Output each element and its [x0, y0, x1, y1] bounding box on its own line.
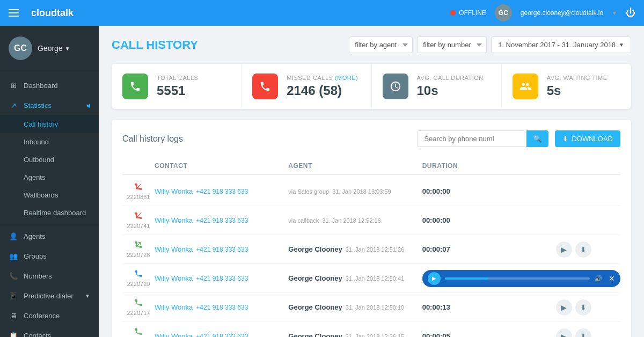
- logs-header: Call history logs 🔍 ⬇ DOWNLOAD: [122, 130, 620, 147]
- sidebar-nav: ⊞ Dashboard ↗ Statistics ◀ Call history …: [0, 71, 99, 337]
- missed-calls-info: MISSED CALLS (MORE) 2146 (58): [287, 75, 358, 98]
- search-button[interactable]: 🔍: [526, 130, 548, 147]
- play-action-button-5[interactable]: ▶: [556, 299, 572, 316]
- contact-name-6[interactable]: Willy Wonka: [155, 332, 193, 337]
- stat-total-calls: TOTAL CALLS 5551: [112, 64, 241, 109]
- sidebar-item-wallboards[interactable]: Wallboards: [0, 186, 99, 204]
- avg-waiting-icon: [513, 74, 538, 99]
- table-row: 2220717 Willy Wonka +421 918 333 633 Geo…: [122, 293, 620, 322]
- col-header-agent: AGENT: [288, 162, 422, 170]
- table-header: CONTACT AGENT DURATION: [122, 158, 620, 175]
- contact-name-2[interactable]: Willy Wonka: [155, 216, 193, 224]
- download-action-button-3[interactable]: ⬇: [575, 241, 591, 258]
- contact-name-3[interactable]: Willy Wonka: [155, 245, 193, 253]
- row-id-1: 2220881: [127, 194, 150, 200]
- row-contact-2: Willy Wonka +421 918 333 633: [155, 216, 288, 224]
- brand-name: cloudtalk: [31, 8, 74, 19]
- contact-name-4[interactable]: Willy Wonka: [155, 274, 193, 282]
- avg-duration-value: 10s: [417, 83, 484, 98]
- date-range-label: 1. November 2017 - 31. January 2018: [498, 41, 616, 49]
- sidebar-item-statistics[interactable]: ↗ Statistics ◀: [0, 96, 99, 115]
- col-header-actions: [556, 162, 620, 170]
- contact-phone-2[interactable]: +421 918 333 633: [196, 217, 248, 224]
- contact-phone-5[interactable]: +421 918 333 633: [196, 304, 248, 311]
- sidebar-item-dashboard[interactable]: ⊞ Dashboard: [0, 76, 99, 96]
- contact-phone-6[interactable]: +421 918 333 633: [196, 333, 248, 338]
- play-action-button-6[interactable]: ▶: [556, 328, 572, 338]
- search-input[interactable]: [417, 130, 524, 147]
- contact-phone-3[interactable]: +421 918 333 633: [196, 246, 248, 253]
- row-icon-6: 2220562: [122, 327, 155, 337]
- sidebar-item-numbers[interactable]: 📞 Numbers: [0, 266, 99, 286]
- avg-duration-icon: [383, 74, 408, 99]
- sidebar-item-agents-stats[interactable]: Agents: [0, 169, 99, 186]
- row-id-3: 2220728: [127, 252, 150, 258]
- avg-waiting-label: AVG. WAITING TIME: [547, 75, 608, 81]
- avg-duration-label: AVG. CALL DURATION: [417, 75, 484, 81]
- play-action-button-3[interactable]: ▶: [556, 241, 572, 258]
- sidebar-item-contacts[interactable]: 📋 Contacts: [0, 326, 99, 337]
- sidebar-item-conference[interactable]: 🖥 Conference: [0, 306, 99, 326]
- sidebar-item-outbound[interactable]: Outbound: [0, 151, 99, 169]
- agents-icon: 👤: [9, 232, 18, 240]
- agent-name-4: George Clooney: [288, 274, 342, 282]
- row-id-2: 2220741: [127, 223, 150, 229]
- predictive-chevron-icon: ▼: [85, 293, 90, 299]
- download-action-button-6[interactable]: ⬇: [575, 328, 591, 338]
- contact-name-5[interactable]: Willy Wonka: [155, 303, 193, 311]
- contact-phone-1[interactable]: +421 918 333 633: [196, 188, 248, 195]
- agent-name-6: George Clooney: [288, 332, 342, 337]
- navbar: cloudtalk OFFLINE GC george.clooney@clou…: [0, 0, 644, 26]
- contact-name-1[interactable]: Willy Wonka: [155, 187, 193, 195]
- row-actions-6: ▶ ⬇: [556, 328, 620, 338]
- stats-row: TOTAL CALLS 5551 MISSED CALLS (MORE) 214…: [112, 64, 631, 109]
- agent-time-6: 31. Jan 2018 12:36:15: [346, 333, 404, 338]
- sidebar-item-inbound[interactable]: Inbound: [0, 133, 99, 151]
- inbound-call-icon: [134, 298, 143, 309]
- date-range-button[interactable]: 1. November 2017 - 31. January 2018 ▼: [491, 36, 631, 53]
- audio-player: ▶ 🔊 ✕: [422, 270, 620, 287]
- download-button[interactable]: ⬇ DOWNLOAD: [555, 130, 620, 147]
- missed-calls-more[interactable]: (MORE): [335, 75, 358, 81]
- dashboard-icon: ⊞: [9, 82, 18, 90]
- audio-play-button[interactable]: ▶: [428, 272, 441, 285]
- row-icon-5: 2220717: [122, 298, 155, 316]
- navbar-user-email[interactable]: george.clooney@cloudtalk.io: [521, 9, 603, 17]
- contact-phone-4[interactable]: +421 918 333 633: [196, 275, 248, 282]
- stat-missed-calls: MISSED CALLS (MORE) 2146 (58): [241, 64, 371, 109]
- sidebar-item-realtime[interactable]: Realtime dashboard: [0, 204, 99, 222]
- sidebar-item-call-history[interactable]: Call history: [0, 115, 99, 133]
- row-contact-1: Willy Wonka +421 918 333 633: [155, 187, 288, 195]
- search-wrapper: 🔍 ⬇ DOWNLOAD: [417, 130, 620, 147]
- missed-calls-label: MISSED CALLS (MORE): [287, 75, 358, 81]
- agent-time-2: 31. Jan 2018 12:52:16: [322, 217, 380, 224]
- missed-calls-icon: [252, 74, 278, 99]
- agent-time-5: 31. Jan 2018 12:50:10: [346, 304, 404, 311]
- filter-number-select[interactable]: filter by number All numbers: [417, 36, 487, 53]
- download-icon: ⬇: [562, 135, 568, 143]
- power-icon[interactable]: ⏻: [626, 8, 635, 19]
- hamburger-menu[interactable]: [9, 9, 19, 17]
- download-action-button-5[interactable]: ⬇: [575, 299, 591, 316]
- total-calls-label: TOTAL CALLS: [157, 75, 198, 81]
- filter-agent-select[interactable]: filter by agent All agents: [349, 36, 413, 53]
- total-calls-info: TOTAL CALLS 5551: [157, 75, 198, 98]
- agent-time-4: 31. Jan 2018 12:50:41: [346, 275, 404, 282]
- row-agent-4: George Clooney 31. Jan 2018 12:50:41: [288, 274, 422, 282]
- row-contact-3: Willy Wonka +421 918 333 633: [155, 245, 288, 253]
- inbound-call-icon: [134, 327, 143, 337]
- row-icon-4: 2220720: [122, 269, 155, 287]
- row-agent-6: George Clooney 31. Jan 2018 12:36:15: [288, 332, 422, 337]
- sidebar-user: GC George ▼: [0, 26, 99, 71]
- statistics-chevron-icon: ◀: [86, 102, 90, 108]
- row-agent-2: via callback 31. Jan 2018 12:52:16: [288, 217, 422, 224]
- audio-progress-fill: [445, 277, 488, 280]
- volume-icon[interactable]: 🔊: [594, 275, 602, 282]
- close-audio-icon[interactable]: ✕: [609, 274, 615, 283]
- sidebar-item-predictive[interactable]: 📱 Predictive dialer ▼: [0, 286, 99, 306]
- col-header-duration: DURATION: [422, 162, 556, 170]
- audio-progress-bar[interactable]: [445, 277, 590, 280]
- sidebar-item-groups[interactable]: 👥 Groups: [0, 246, 99, 266]
- sidebar-item-agents[interactable]: 👤 Agents: [0, 226, 99, 246]
- logs-panel: Call history logs 🔍 ⬇ DOWNLOAD CONTACT A…: [112, 120, 631, 337]
